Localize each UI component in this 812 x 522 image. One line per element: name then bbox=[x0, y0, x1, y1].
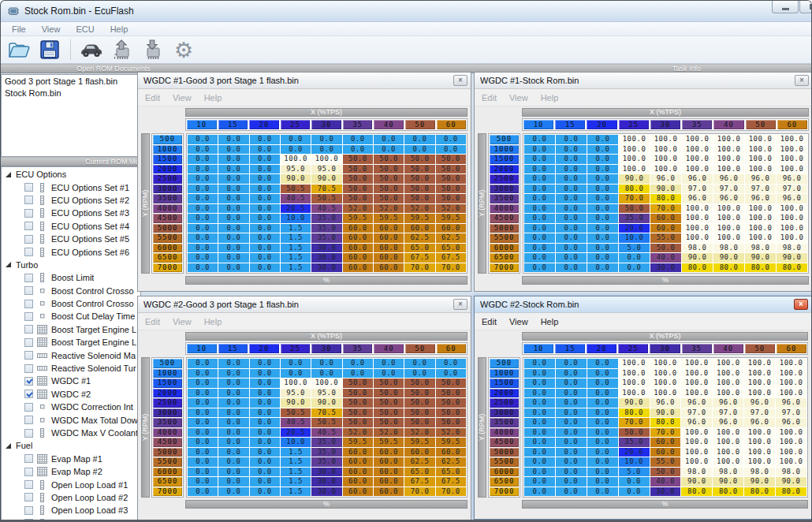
current-rom-metadata-header[interactable]: Current ROM Met bbox=[1, 157, 141, 166]
table-cell[interactable]: 30.0 bbox=[311, 477, 341, 487]
table-cell[interactable]: 0.0 bbox=[587, 487, 618, 497]
table-cell[interactable]: 0.0 bbox=[343, 135, 373, 144]
table-cell[interactable]: 100.0 bbox=[713, 438, 743, 447]
y-header-cell[interactable]: 2000 bbox=[153, 165, 182, 174]
table-cell[interactable]: 0.0 bbox=[218, 253, 248, 263]
x-header-cell[interactable]: 40 bbox=[713, 344, 743, 353]
table-cell[interactable]: 0.0 bbox=[587, 165, 618, 174]
table-cell[interactable]: 90.0 bbox=[745, 253, 776, 263]
table-cell[interactable]: 100.0 bbox=[744, 428, 775, 438]
x-header-cell[interactable]: 10 bbox=[187, 344, 217, 353]
child-close-button[interactable]: × bbox=[453, 299, 467, 310]
table-cell[interactable]: 0.0 bbox=[250, 174, 280, 184]
table-cell[interactable]: 1.5 bbox=[281, 244, 311, 253]
x-header-cell[interactable]: 60 bbox=[437, 120, 467, 129]
table-cell[interactable]: 0.0 bbox=[587, 244, 618, 253]
table-cell[interactable]: 0.0 bbox=[587, 378, 618, 388]
table-cell[interactable]: 50.0 bbox=[650, 244, 681, 253]
table-cell[interactable]: 35.0 bbox=[619, 214, 650, 223]
table-cell[interactable]: 50.0 bbox=[436, 378, 466, 388]
y-header-cell[interactable]: 6500 bbox=[490, 477, 519, 487]
table-cell[interactable]: 100.0 bbox=[777, 165, 807, 174]
table-cell[interactable]: 50.5 bbox=[311, 418, 341, 427]
table-cell[interactable]: 0.0 bbox=[374, 135, 404, 144]
table-cell[interactable]: 0.0 bbox=[188, 263, 218, 273]
table-cell[interactable]: 50.5 bbox=[281, 185, 311, 194]
table-cell[interactable]: 96.0 bbox=[682, 174, 713, 184]
table-cell[interactable]: 30.0 bbox=[650, 487, 681, 497]
table-cell[interactable]: 67.5 bbox=[404, 253, 434, 263]
table-cell[interactable]: 0.0 bbox=[587, 418, 618, 427]
checkbox[interactable] bbox=[24, 222, 33, 230]
table-cell[interactable]: 50.0 bbox=[343, 398, 373, 408]
table-cell[interactable]: 0.0 bbox=[188, 457, 218, 467]
table-cell[interactable]: 100.0 bbox=[713, 204, 744, 214]
table-cell[interactable]: 0.0 bbox=[250, 487, 280, 497]
table-cell[interactable]: 50.0 bbox=[404, 174, 434, 184]
table-cell[interactable]: 50.0 bbox=[650, 468, 681, 477]
table-cell[interactable]: 95.0 bbox=[311, 389, 341, 398]
table-cell[interactable]: 60.0 bbox=[343, 224, 373, 233]
table-cell[interactable]: 98.0 bbox=[681, 468, 712, 477]
table-cell[interactable]: 100.0 bbox=[681, 369, 712, 378]
table-cell[interactable]: 80.0 bbox=[713, 263, 744, 273]
table-cell[interactable]: 60.0 bbox=[374, 233, 404, 243]
table-cell[interactable]: 0.0 bbox=[556, 378, 587, 388]
table-cell[interactable]: 30.0 bbox=[311, 263, 341, 273]
table-cell[interactable]: 96.0 bbox=[713, 418, 743, 427]
table-cell[interactable]: 0.0 bbox=[524, 468, 555, 477]
y-header-cell[interactable]: 6000 bbox=[153, 244, 182, 253]
table-cell[interactable]: 0.0 bbox=[250, 253, 280, 263]
table-cell[interactable]: 30.0 bbox=[311, 253, 341, 263]
table-cell[interactable]: 0.0 bbox=[250, 428, 280, 438]
table-cell[interactable]: 100.0 bbox=[745, 214, 776, 223]
table-cell[interactable]: 96.0 bbox=[650, 174, 681, 184]
table-cell[interactable]: 60.0 bbox=[650, 214, 681, 223]
table-cell[interactable]: 35.0 bbox=[311, 438, 341, 447]
table-cell[interactable]: 60.0 bbox=[374, 457, 404, 467]
table-cell[interactable]: 100.0 bbox=[681, 438, 712, 447]
y-header-cell[interactable]: 7000 bbox=[153, 487, 182, 497]
table-cell[interactable]: 100.0 bbox=[776, 438, 806, 447]
table-cell[interactable]: 90.0 bbox=[776, 477, 806, 487]
table-cell[interactable]: 100.0 bbox=[776, 448, 806, 457]
x-header-cell[interactable]: 60 bbox=[777, 120, 807, 129]
table-cell[interactable]: 52.0 bbox=[404, 204, 434, 214]
table-cell[interactable]: 100.0 bbox=[681, 428, 712, 438]
table-cell[interactable]: 0.0 bbox=[188, 398, 218, 408]
table-cell[interactable]: 67.5 bbox=[404, 477, 434, 487]
table-cell[interactable]: 0.0 bbox=[250, 418, 280, 427]
table-cell[interactable]: 30.0 bbox=[311, 487, 341, 497]
table-cell[interactable]: 70.0 bbox=[650, 428, 681, 438]
y-header-cell[interactable]: 1500 bbox=[490, 378, 519, 388]
table-cell[interactable]: 90.0 bbox=[619, 398, 650, 408]
y-header-cell[interactable]: 4000 bbox=[490, 204, 519, 214]
table-cell[interactable]: 70.0 bbox=[436, 263, 466, 273]
table-cell[interactable]: 0.0 bbox=[218, 408, 248, 418]
table-cell[interactable]: 50.0 bbox=[404, 418, 434, 427]
table-cell[interactable]: 50.0 bbox=[343, 155, 373, 164]
table-cell[interactable]: 0.0 bbox=[524, 244, 555, 253]
table-cell[interactable]: 0.0 bbox=[218, 487, 248, 497]
table-cell[interactable]: 67.5 bbox=[436, 253, 466, 263]
y-header-cell[interactable]: 6500 bbox=[153, 253, 182, 263]
table-cell[interactable]: 100.0 bbox=[777, 145, 807, 155]
table-cell[interactable]: 0.0 bbox=[250, 185, 280, 194]
table-cell[interactable]: 100.0 bbox=[713, 135, 744, 144]
table-cell[interactable]: 0.0 bbox=[250, 204, 280, 214]
table-cell[interactable]: 0.0 bbox=[250, 468, 280, 477]
x-header-cell[interactable]: 25 bbox=[618, 344, 648, 353]
table-cell[interactable]: 0.0 bbox=[281, 135, 311, 144]
menu-help[interactable]: Help bbox=[102, 23, 136, 35]
y-header-cell[interactable]: 3500 bbox=[153, 418, 182, 427]
table-cell[interactable]: 80.0 bbox=[681, 487, 712, 497]
table-cell[interactable]: 0.0 bbox=[311, 135, 341, 144]
table-cell[interactable]: 50.0 bbox=[404, 389, 434, 398]
y-header-cell[interactable]: 6000 bbox=[490, 468, 519, 477]
table-cell[interactable]: 0.0 bbox=[556, 155, 587, 164]
table-cell[interactable]: 80.0 bbox=[745, 263, 776, 273]
table-cell[interactable]: 0.0 bbox=[218, 359, 248, 368]
x-header-cell[interactable]: 35 bbox=[682, 120, 712, 129]
table-cell[interactable]: 0.0 bbox=[218, 165, 248, 174]
expander-icon[interactable] bbox=[6, 172, 11, 177]
